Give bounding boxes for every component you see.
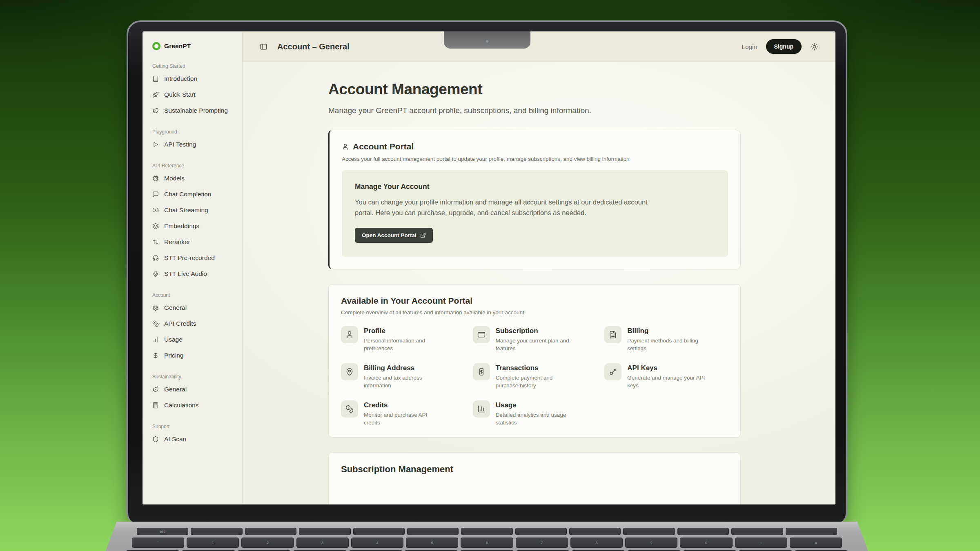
keyboard-key: 8 [570,538,623,548]
sidebar-item-usage[interactable]: Usage [143,331,242,347]
sidebar-item-label: Reranker [164,238,190,246]
features-grid: Profile Personal information and prefere… [341,326,728,427]
sidebar-toggle-button[interactable] [260,43,267,51]
feature-api-keys: API Keys Generate and manage your API ke… [604,363,728,390]
feature-profile: Profile Personal information and prefere… [341,326,465,353]
signup-button[interactable]: Signup [766,39,802,54]
sidebar-section-getting-started: Getting Started Introduction Quick Start… [143,63,242,118]
sidebar-item-label: Pricing [164,352,183,359]
sidebar-section-label: Getting Started [143,63,242,69]
sidebar-section-label: Account [143,292,242,298]
feature-billing-address: Billing Address Invoice and tax address … [341,363,465,390]
sidebar-item-introduction[interactable]: Introduction [143,71,242,87]
keyboard-key: 2 [241,538,294,548]
sidebar-item-sustainable-prompting[interactable]: Sustainable Prompting [143,102,242,118]
feature-title: Profile [364,326,443,335]
sidebar-item-ai-scan[interactable]: AI Scan [143,431,242,447]
subscription-management-card: Subscription Management [328,452,741,504]
brand-logo[interactable]: GreenPT [143,39,242,53]
features-card: Available in Your Account Portal Complet… [328,284,741,438]
sidebar-item-sustainability-general[interactable]: General [143,381,242,397]
sidebar-item-embeddings[interactable]: Embeddings [143,218,242,234]
sidebar-section-label: API Reference [143,163,242,169]
sidebar-item-stt-live-audio[interactable]: STT Live Audio [143,266,242,282]
main-content: Account Management Manage your GreenPT a… [243,62,835,504]
keyboard-key: 3 [296,538,349,548]
keyboard-key [731,528,783,535]
sidebar-item-account-general[interactable]: General [143,300,242,315]
feature-title: Billing Address [364,363,443,372]
external-link-icon [420,233,426,238]
sidebar-section-api-reference: API Reference Models Chat Completion Cha… [143,163,242,282]
portal-card-description: Access your full account management port… [342,156,728,162]
laptop-lid: GreenPT Getting Started Introduction Qui… [127,20,847,522]
sidebar-item-label: Quick Start [164,91,196,98]
page-breadcrumb-title: Account – General [277,42,350,51]
sidebar-item-label: General [164,386,187,393]
sidebar-item-api-credits[interactable]: API Credits [143,315,242,331]
bar-chart-icon [152,336,159,343]
sidebar-item-calculations[interactable]: Calculations [143,397,242,413]
sidebar: GreenPT Getting Started Introduction Qui… [143,31,243,504]
sidebar-item-reranker[interactable]: Reranker [143,234,242,250]
feature-billing: Billing Payment methods and billing sett… [604,326,728,353]
sidebar-item-label: API Credits [164,320,196,327]
broadcast-icon [152,207,159,213]
layers-icon [152,223,159,229]
keyboard-key [515,528,567,535]
banknote-icon [473,363,490,380]
sidebar-item-pricing[interactable]: Pricing [143,347,242,363]
keyboard-key [569,528,621,535]
sidebar-item-label: Chat Streaming [164,207,208,214]
rocket-icon [152,91,159,98]
sidebar-item-quick-start[interactable]: Quick Start [143,87,242,102]
feature-title: Subscription [496,326,575,335]
feature-title: Credits [364,400,443,409]
feature-description: Manage your current plan and features [496,337,575,353]
sidebar-item-label: Calculations [164,402,198,409]
feature-title: Usage [496,400,575,409]
keyboard-key [299,528,350,535]
keyboard-key [677,528,729,535]
coins-icon [152,320,159,327]
keyboard-key: 6 [461,538,513,548]
feature-description: Personal information and preferences [364,337,443,353]
sidebar-item-label: General [164,304,187,311]
sidebar-item-chat-completion[interactable]: Chat Completion [143,186,242,202]
laptop-keyboard-deck: esc `1234567890-= tabQWERTYUIOP[] [98,522,876,551]
feature-transactions: Transactions Complete payment and purcha… [473,363,597,390]
open-account-portal-button[interactable]: Open Account Portal [355,228,433,243]
open-account-portal-label: Open Account Portal [362,232,416,238]
shield-icon [152,436,159,442]
laptop-mockup: GreenPT Getting Started Introduction Qui… [127,20,847,551]
sidebar-item-label: AI Scan [164,435,186,443]
keyboard-key [786,528,837,535]
user-icon [342,143,349,150]
sidebar-item-label: Sustainable Prompting [164,107,228,114]
sidebar-item-label: STT Live Audio [164,270,207,278]
sidebar-item-models[interactable]: Models [143,170,242,186]
manage-account-box: Manage Your Account You can change your … [342,170,728,257]
manage-account-title: Manage Your Account [355,182,715,191]
app-screen: GreenPT Getting Started Introduction Qui… [143,31,835,504]
chart-column-icon [473,400,490,418]
login-link[interactable]: Login [742,43,757,50]
keyboard-key [461,528,512,535]
sun-icon [811,43,818,51]
feature-title: Transactions [496,363,575,372]
sidebar-item-label: Introduction [164,75,197,82]
sidebar-item-chat-streaming[interactable]: Chat Streaming [143,202,242,218]
account-portal-card: Account Portal Access your full account … [328,130,741,269]
keyboard-key [407,528,459,535]
coins-icon [341,400,358,418]
chat-icon [152,191,159,198]
feature-description: Invoice and tax address information [364,374,443,390]
feature-description: Payment methods and billing settings [627,337,707,353]
sidebar-item-stt-prerecorded[interactable]: STT Pre-recorded [143,250,242,266]
user-icon [341,326,358,343]
keyboard-key: 5 [406,538,458,548]
sidebar-item-label: Models [164,175,185,182]
theme-toggle-button[interactable] [811,43,818,51]
chip-icon [152,175,159,182]
sidebar-item-api-testing[interactable]: API Testing [143,136,242,152]
